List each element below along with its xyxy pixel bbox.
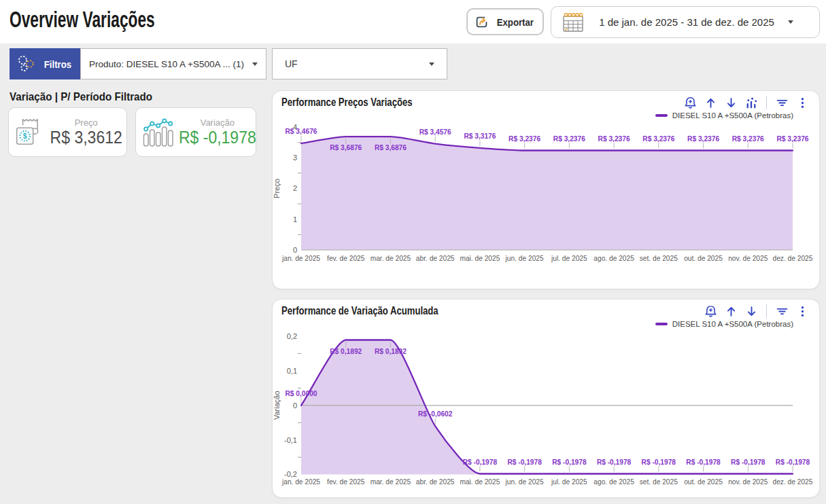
x-axis-label: nov. de 2025 xyxy=(728,478,768,486)
produto-dropdown-value: Produto: DIESEL S10 A +S500A ... (1) xyxy=(89,59,244,69)
x-axis-label: ago. de 2025 xyxy=(593,255,634,262)
chevron-down-icon xyxy=(429,62,434,66)
data-label: R$ -0,1978 xyxy=(463,458,498,466)
x-axis-label: mar. de 2025 xyxy=(371,255,411,262)
x-axis-label: jun. de 2025 xyxy=(505,478,544,486)
data-label: R$ -0,1978 xyxy=(731,458,765,466)
calendar-icon xyxy=(561,11,585,34)
data-label: R$ -0,1978 xyxy=(597,458,632,466)
kpi-value: R$ 3,3612 xyxy=(50,128,122,147)
x-axis-label: jul. de 2025 xyxy=(551,478,587,486)
uf-dropdown[interactable]: UF xyxy=(272,48,447,79)
x-axis-label: out. de 2025 xyxy=(684,478,723,486)
export-icon xyxy=(474,14,489,30)
y-axis-name: Variação xyxy=(273,391,281,420)
data-label: R$ 3,4576 xyxy=(419,128,451,136)
data-label: R$ 3,6876 xyxy=(330,144,362,151)
data-label: R$ 3,2376 xyxy=(598,135,630,143)
x-axis-label: ago. de 2025 xyxy=(593,478,634,486)
y-axis-label: 0,1 xyxy=(287,367,297,375)
chevron-down-icon xyxy=(252,62,258,66)
x-axis-label: mar. de 2025 xyxy=(371,478,411,486)
data-label: R$ 0,0000 xyxy=(285,390,317,397)
chart-card-precos: Performance Preços Variações xyxy=(272,90,820,289)
area-chart-variacao[interactable]: 0,20,10-0,1-0,2jan. de 2025fev. de 2025m… xyxy=(273,300,821,499)
x-axis-label: dez. de 2025 xyxy=(773,255,813,262)
data-label: R$ 0,1892 xyxy=(330,348,362,355)
filter-bubbles-icon xyxy=(16,54,37,74)
x-axis-label: mai. de 2025 xyxy=(460,478,500,486)
export-label: Exportar xyxy=(497,16,534,28)
page-title: Overview Variações xyxy=(10,7,217,33)
export-button[interactable]: Exportar xyxy=(466,8,544,35)
x-axis-label: dez. de 2025 xyxy=(773,478,813,486)
data-label: R$ 3,2376 xyxy=(642,135,674,143)
x-axis-label: jan. de 2025 xyxy=(281,478,320,486)
data-label: R$ 3,2376 xyxy=(553,135,585,143)
area-chart-precos[interactable]: 43210jan. de 2025fev. de 2025mar. de 202… xyxy=(273,91,821,290)
data-label: R$ -0,1978 xyxy=(686,458,721,466)
kpi-label: Variação xyxy=(201,118,235,128)
x-axis-label: set. de 2025 xyxy=(640,478,678,486)
date-range-text: 1 de jan. de 2025 - 31 de dez. de 2025 xyxy=(585,16,788,28)
summary-heading: Variação | P/ Período Filtrado xyxy=(10,90,165,103)
y-axis-label: -0,1 xyxy=(284,436,297,444)
x-axis-label: fev. de 2025 xyxy=(327,478,365,486)
data-label: R$ 3,4676 xyxy=(285,128,317,135)
series-area xyxy=(301,137,793,250)
kpi-label: Preço xyxy=(75,118,98,128)
date-range-picker[interactable]: 1 de jan. de 2025 - 31 de dez. de 2025 xyxy=(551,6,820,38)
x-axis-label: jan. de 2025 xyxy=(281,255,320,262)
filtros-button[interactable]: Filtros xyxy=(10,48,80,79)
data-label: R$ -0,1978 xyxy=(552,458,587,466)
y-axis-label: 1 xyxy=(293,215,297,223)
x-axis-label: out. de 2025 xyxy=(684,255,723,262)
filtros-label: Filtros xyxy=(44,58,71,70)
svg-text:$: $ xyxy=(23,132,27,139)
x-axis-label: abr. de 2025 xyxy=(416,255,455,262)
data-label: R$ -0,1978 xyxy=(642,458,676,466)
x-axis-label: fev. de 2025 xyxy=(327,255,365,262)
x-axis-label: set. de 2025 xyxy=(640,255,678,262)
y-axis-label: 0,2 xyxy=(287,332,297,340)
x-axis-label: jun. de 2025 xyxy=(505,255,544,262)
data-label: R$ 0,1892 xyxy=(375,348,407,355)
data-label: R$ -0,0602 xyxy=(418,410,453,418)
chart-card-variacao-acumulada: Performance de Variação Acumulada xyxy=(272,299,820,498)
kpi-value: R$ -0,1978 xyxy=(179,128,256,147)
data-label: R$ -0,1978 xyxy=(507,458,542,466)
y-axis-name: Preço xyxy=(273,179,281,198)
data-label: R$ 3,3176 xyxy=(464,132,496,140)
x-axis-label: abr. de 2025 xyxy=(416,478,455,486)
x-axis-label: nov. de 2025 xyxy=(728,255,768,262)
data-label: R$ 3,2376 xyxy=(509,135,540,143)
price-receipt-icon: $ xyxy=(14,115,47,150)
y-axis-label: 0 xyxy=(293,401,297,410)
y-axis-label: 2 xyxy=(293,184,297,192)
x-axis-label: mai. de 2025 xyxy=(460,255,500,262)
y-axis-label: 3 xyxy=(293,154,297,162)
kpi-card-preco: $ Preço R$ 3,3612 xyxy=(8,107,127,157)
x-axis-label: jul. de 2025 xyxy=(551,255,587,262)
bars-trend-icon xyxy=(141,117,175,148)
series-area xyxy=(301,340,793,475)
y-axis-label: 0 xyxy=(293,246,297,254)
uf-dropdown-value: UF xyxy=(285,58,429,69)
produto-dropdown[interactable]: Produto: DIESEL S10 A +S500A ... (1) xyxy=(80,48,266,79)
data-label: R$ -0,1978 xyxy=(776,458,810,466)
data-label: R$ 3,2376 xyxy=(687,135,719,143)
kpi-card-variacao: Variação R$ -0,1978 xyxy=(135,107,256,157)
y-axis-label: -0,2 xyxy=(284,470,297,478)
data-label: R$ 3,2376 xyxy=(732,135,764,143)
chevron-down-icon xyxy=(788,20,793,24)
data-label: R$ 3,2376 xyxy=(776,135,808,143)
data-label: R$ 3,6876 xyxy=(375,144,407,151)
